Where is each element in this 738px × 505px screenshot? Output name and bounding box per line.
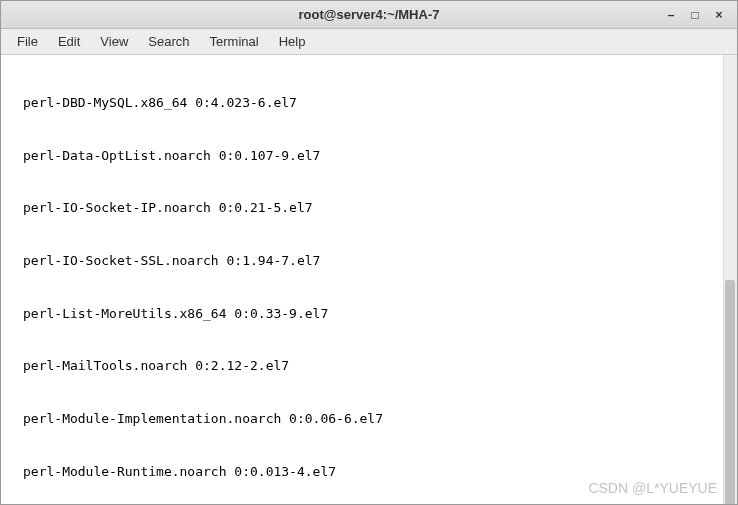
menu-search[interactable]: Search — [138, 30, 199, 53]
watermark: CSDN @L*YUEYUE — [588, 479, 717, 498]
output-line: perl-Module-Runtime.noarch 0:0.013-4.el7 — [9, 463, 729, 481]
output-line: perl-DBD-MySQL.x86_64 0:4.023-6.el7 — [9, 94, 729, 112]
titlebar[interactable]: root@server4:~/MHA-7 – □ × — [1, 1, 737, 29]
scroll-thumb[interactable] — [725, 280, 735, 505]
output-line: perl-Module-Implementation.noarch 0:0.06… — [9, 410, 729, 428]
menubar: File Edit View Search Terminal Help — [1, 29, 737, 55]
output-line: perl-IO-Socket-IP.noarch 0:0.21-5.el7 — [9, 199, 729, 217]
scrollbar[interactable] — [723, 55, 737, 504]
minimize-button[interactable]: – — [659, 5, 683, 25]
output-line: perl-Data-OptList.noarch 0:0.107-9.el7 — [9, 147, 729, 165]
menu-view[interactable]: View — [90, 30, 138, 53]
output-line: perl-MailTools.noarch 0:2.12-2.el7 — [9, 357, 729, 375]
terminal-window: root@server4:~/MHA-7 – □ × File Edit Vie… — [0, 0, 738, 505]
menu-edit[interactable]: Edit — [48, 30, 90, 53]
output-line: perl-List-MoreUtils.x86_64 0:0.33-9.el7 — [9, 305, 729, 323]
output-line: perl-IO-Socket-SSL.noarch 0:1.94-7.el7 — [9, 252, 729, 270]
menu-terminal[interactable]: Terminal — [200, 30, 269, 53]
maximize-icon: □ — [691, 8, 698, 22]
terminal-output[interactable]: perl-DBD-MySQL.x86_64 0:4.023-6.el7 perl… — [1, 55, 737, 504]
close-icon: × — [715, 8, 722, 22]
minimize-icon: – — [668, 8, 675, 22]
menu-file[interactable]: File — [7, 30, 48, 53]
menu-help[interactable]: Help — [269, 30, 316, 53]
maximize-button[interactable]: □ — [683, 5, 707, 25]
window-controls: – □ × — [659, 5, 731, 25]
close-button[interactable]: × — [707, 5, 731, 25]
window-title: root@server4:~/MHA-7 — [299, 7, 440, 22]
